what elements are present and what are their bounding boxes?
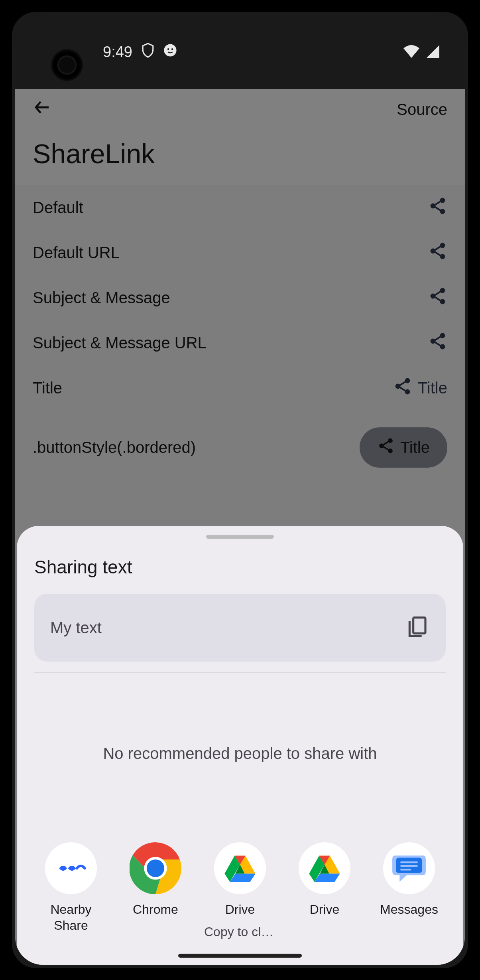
app-label: Drive bbox=[310, 901, 340, 917]
app-label: Messages bbox=[380, 901, 438, 917]
chrome-icon bbox=[130, 842, 181, 894]
cellular-icon bbox=[425, 43, 441, 61]
svg-point-2 bbox=[171, 48, 173, 50]
share-target-chrome[interactable]: Chrome bbox=[116, 842, 195, 939]
drive-icon bbox=[299, 842, 350, 894]
nearby-share-icon bbox=[45, 842, 97, 894]
svg-point-4 bbox=[172, 45, 174, 47]
app-sublabel: Copy to cli… bbox=[204, 925, 276, 939]
shield-icon bbox=[141, 42, 155, 62]
sheet-title: Sharing text bbox=[17, 551, 463, 589]
app-label: Drive bbox=[225, 901, 255, 917]
svg-point-1 bbox=[167, 48, 169, 50]
svg-rect-28 bbox=[400, 861, 418, 863]
no-recommended-text: No recommended people to share with bbox=[17, 673, 463, 842]
svg-rect-24 bbox=[413, 618, 425, 634]
preview-text: My text bbox=[50, 619, 102, 637]
share-target-messages[interactable]: Messages bbox=[369, 842, 449, 939]
home-indicator[interactable] bbox=[178, 954, 302, 958]
share-sheet: Sharing text My text No recommended peop… bbox=[17, 526, 463, 965]
status-bar: 9:49 bbox=[15, 15, 465, 89]
drag-handle[interactable] bbox=[206, 535, 274, 539]
messages-icon bbox=[383, 842, 435, 894]
svg-rect-30 bbox=[400, 869, 411, 871]
app-label: Nearby Share bbox=[50, 901, 91, 933]
svg-point-27 bbox=[147, 859, 164, 877]
share-preview: My text bbox=[34, 594, 446, 662]
status-time: 9:49 bbox=[103, 43, 132, 61]
share-apps-row: Nearby Share Chrom bbox=[17, 842, 463, 963]
wifi-icon bbox=[402, 43, 421, 61]
share-target-drive[interactable]: Drive bbox=[285, 842, 364, 939]
share-target-nearby[interactable]: Nearby Share bbox=[31, 842, 111, 939]
svg-point-3 bbox=[169, 45, 171, 46]
app-label: Chrome bbox=[133, 901, 178, 917]
svg-point-5 bbox=[167, 45, 168, 47]
drive-icon bbox=[214, 842, 266, 894]
share-target-drive-copy[interactable]: Drive Copy to cli… bbox=[200, 842, 280, 939]
copy-button[interactable] bbox=[404, 613, 430, 642]
svg-rect-29 bbox=[400, 865, 418, 867]
face-icon bbox=[163, 43, 177, 61]
camera-notch bbox=[51, 49, 83, 81]
